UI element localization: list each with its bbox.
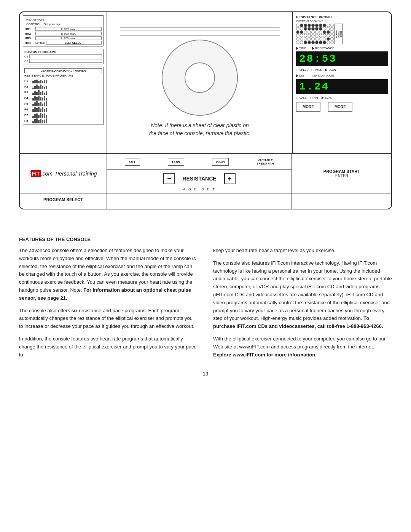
dist-label: DIST. <box>299 74 307 77</box>
dist-arrow-label: DIST. <box>296 74 307 77</box>
features-section: FEATURES OF THE CONSOLE The advanced con… <box>19 236 392 363</box>
p7-row: P7 <box>24 112 102 118</box>
right-bottom-spacer <box>292 193 391 209</box>
scan-arrow-icon <box>325 69 327 72</box>
page: HEARTRATE CONTROL Set your age. HR1 to 8… <box>0 0 411 532</box>
p7-label: P7 <box>24 113 31 117</box>
custom-programs-section: CUSTOM PROGRAMS C1 C2 <box>23 49 104 64</box>
left-panel: HEARTRATE CONTROL Set your age. HR1 to 8… <box>20 12 107 153</box>
time-arrow-label: TIME <box>296 46 306 50</box>
p2-label: P2 <box>24 85 31 88</box>
display-section: TIME RESISTANCE 28:53 □ SPEED <box>296 46 388 100</box>
features-p3: In addition, the console features two he… <box>19 335 198 359</box>
wheel-inner <box>185 62 215 93</box>
p6-row: P6 <box>24 107 102 112</box>
hr-arrow-label: □ HEART RATE <box>312 73 335 78</box>
time-label: TIME <box>299 46 306 50</box>
age-label: A G E <box>183 187 198 191</box>
mode-buttons-container: MODE MODE <box>296 102 388 112</box>
certified-title: CERTIFIED PERSONAL TRAINER <box>24 68 102 73</box>
speed-arrow-icon: □ <box>296 68 298 72</box>
mode-button-2[interactable]: MODE <box>328 102 352 112</box>
features-right-p2: The console also features iFIT.com inter… <box>213 259 392 331</box>
c2-row: C2 <box>24 59 102 63</box>
console-top: HEARTRATE CONTROL Set your age. HR1 to 8… <box>20 12 391 153</box>
hr-arrow-icon: □ <box>312 73 315 78</box>
set-age-label: Set your age. <box>44 22 62 26</box>
variable-speed-label: VARIABLE SPEED FAN <box>256 158 274 165</box>
program-start-area: PROGRAM START ENTER <box>292 154 391 193</box>
program-select-button[interactable]: PROGRAM SELECT <box>20 193 107 209</box>
hr1-row: HR1 to 85% max. <box>25 27 102 31</box>
page-number: 13 <box>19 371 392 377</box>
resistance-profile-title: RESISTANCE PROFILE <box>296 15 388 19</box>
p2-row: P2 <box>24 84 102 89</box>
heartrate-title: HEARTRATE CONTROL Set your age. <box>25 17 102 26</box>
resistance-main-label: RESISTANCE <box>182 176 216 182</box>
scan-label-row: SCAN <box>325 69 336 72</box>
note-text: Note: If there is a sheet of clear plast… <box>149 121 250 137</box>
hr4-label: HR4 <box>25 41 34 45</box>
p8-bars <box>32 118 47 123</box>
target-label: TARGET <box>338 29 340 38</box>
fat-label-row: □ FAT <box>310 96 318 100</box>
hr4-row: HR4 Set rate SELF SELECT <box>25 41 102 45</box>
resistance-pace-title: RESISTANCE / PACE PROGRAMS <box>24 74 102 77</box>
fan-controls: OFF LOW HIGH VARIABLE SPEED FAN <box>107 154 292 170</box>
ifit-logo-area: iFIT.com Personal Training <box>20 154 107 193</box>
pace-label-row: □ PACE <box>312 68 322 72</box>
ifit-logo: iFIT.com Personal Training <box>30 171 97 177</box>
scan-label: SCAN <box>328 69 336 71</box>
ifit-tagline: Personal Training <box>56 171 97 177</box>
program-start-label: PROGRAM START <box>323 169 360 174</box>
features-right-p3: With the elliptical exerciser connected … <box>213 335 392 359</box>
resistance-controls: − RESISTANCE + <box>107 170 292 187</box>
middle-bottom-spacer <box>107 193 292 209</box>
off-button[interactable]: OFF <box>125 158 140 166</box>
hr2-row: HR2 to 80% max. <box>25 32 102 35</box>
console-diagram: HEARTRATE CONTROL Set your age. HR1 to 8… <box>19 11 392 209</box>
middle-panel: Note: If there is a sheet of clear plast… <box>107 12 292 153</box>
features-columns: The advanced console offers a selection … <box>19 247 392 363</box>
scan2-label: SCAN <box>325 96 332 99</box>
p5-bars <box>32 101 47 106</box>
set-label: S E T <box>202 187 216 191</box>
features-left-col: The advanced console offers a selection … <box>19 247 198 363</box>
age-set-labels: A G E S E T <box>107 187 292 193</box>
console-bottom-row: iFIT.com Personal Training OFF LOW HIGH … <box>20 153 391 193</box>
dot-row-2 <box>296 27 334 30</box>
right-panel: RESISTANCE PROFILE CURRENT SEGMENT <box>292 12 391 153</box>
dot-row-1 <box>296 24 334 27</box>
dot-row-3 <box>296 30 334 34</box>
time-arrow-icon <box>296 47 298 50</box>
hr1-label: HR1 <box>25 27 34 31</box>
heartrate-title-line1: HEARTRATE <box>26 18 45 21</box>
hr2-bar: to 80% max. <box>35 32 102 35</box>
resistance-minus-button[interactable]: − <box>163 173 175 184</box>
low-button[interactable]: LOW <box>168 158 184 166</box>
p5-row: P5 <box>24 101 102 106</box>
high-button[interactable]: HIGH <box>212 158 229 166</box>
set-rate-text: Set rate <box>35 42 45 44</box>
cals-arrow-icon: □ <box>296 96 298 100</box>
p1-label: P1 <box>24 79 31 83</box>
p3-row: P3 <box>24 89 102 95</box>
dist-hr-labels: DIST. □ HEART RATE <box>296 73 388 78</box>
c2-label: C2 <box>24 59 28 63</box>
p7-bars <box>32 112 47 118</box>
small-display: 1.24 <box>296 79 388 94</box>
p4-label: P4 <box>24 96 31 100</box>
section-divider <box>19 221 392 221</box>
cals-fat-scan-labels: □ CALS. □ FAT SCAN <box>296 96 388 100</box>
program-select-row: PROGRAM SELECT <box>20 193 391 209</box>
p6-label: P6 <box>24 108 31 111</box>
resistance-plus-button[interactable]: + <box>224 173 236 184</box>
dot-grid <box>296 24 334 44</box>
p4-row: P4 <box>24 95 102 101</box>
program-start-button[interactable]: PROGRAM START ENTER <box>323 169 360 178</box>
p5-label: P5 <box>24 102 31 105</box>
mode-button-1[interactable]: MODE <box>296 102 320 112</box>
heart-rate-label: HEART RATE <box>315 74 335 77</box>
p3-label: P3 <box>24 91 31 94</box>
hr3-row: HR3 to 85% max. <box>25 36 102 40</box>
